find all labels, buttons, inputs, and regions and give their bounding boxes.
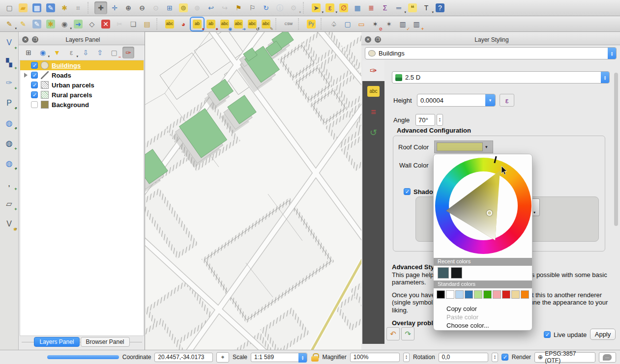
- angle-stepper[interactable]: [437, 114, 443, 126]
- color-wheel[interactable]: [435, 158, 531, 254]
- expand-all-button[interactable]: ⇩: [80, 47, 91, 58]
- layer-checkbox[interactable]: [31, 72, 38, 79]
- tab-browser-panel[interactable]: Browser Panel: [81, 337, 130, 347]
- float-icon[interactable]: ❐: [375, 36, 381, 43]
- node-tool-button[interactable]: ◇: [86, 18, 98, 30]
- tab-layers-panel[interactable]: Layers Panel: [34, 337, 79, 347]
- zoom-next-button[interactable]: ↪: [218, 1, 231, 14]
- new-bookmark-button[interactable]: ⚑: [232, 1, 245, 14]
- cut-features-button[interactable]: ✂: [113, 18, 126, 30]
- zoom-native-button[interactable]: ⊙: [149, 1, 162, 14]
- filter-legend-button[interactable]: ▼: [51, 47, 63, 58]
- standard-color-swatch[interactable]: [455, 290, 464, 299]
- help-button[interactable]: ?: [434, 1, 446, 14]
- save-project-button[interactable]: ▦: [30, 1, 43, 14]
- zoom-full-button[interactable]: ⊞: [163, 1, 176, 14]
- labeling-options-button[interactable]: abc: [163, 18, 176, 30]
- standard-color-swatch[interactable]: [474, 290, 482, 299]
- recent-color-swatch[interactable]: [451, 267, 462, 279]
- copy-features-button[interactable]: ❏: [127, 18, 140, 30]
- layer-row-roads[interactable]: Roads: [20, 70, 144, 80]
- height-input[interactable]: 0.00004: [417, 94, 496, 107]
- messages-button[interactable]: …: [599, 352, 616, 363]
- add-wcs-layer-button[interactable]: ◍ +: [2, 137, 16, 150]
- angle-input[interactable]: 70°: [415, 114, 435, 126]
- add-group-button[interactable]: ⊞: [23, 47, 34, 58]
- diagram-options-button[interactable]: ◕: [177, 18, 190, 30]
- add-raster-layer-button[interactable]: ▚ +: [2, 56, 16, 70]
- expander-icon[interactable]: [23, 73, 28, 78]
- layer-checkbox[interactable]: [31, 91, 38, 98]
- rotation-stepper[interactable]: [492, 353, 498, 362]
- metasearch-csw-button[interactable]: CSW: [282, 18, 295, 30]
- pin-labels-button[interactable]: ab ●: [191, 18, 204, 30]
- close-icon[interactable]: ✕: [365, 36, 371, 43]
- roof-color-button[interactable]: [434, 140, 493, 153]
- menu-copy-color[interactable]: Copy color: [434, 305, 532, 313]
- new-print-composer-button[interactable]: ✱: [58, 1, 71, 14]
- manage-visibility-button[interactable]: ◉ ▾: [37, 47, 49, 58]
- expander-icon[interactable]: [23, 102, 28, 107]
- run-feature-action-button[interactable]: ⚙ ▾: [287, 1, 300, 14]
- magnifier-stepper[interactable]: [403, 353, 410, 362]
- show-bookmarks-button[interactable]: ⚐: [246, 1, 259, 14]
- standard-color-swatch[interactable]: [446, 290, 454, 299]
- map-composition-check-button[interactable]: ▥ ✓: [396, 18, 409, 30]
- measure-button[interactable]: ═ ▾: [392, 1, 405, 14]
- standard-color-swatch[interactable]: [465, 290, 473, 299]
- menu-choose-color[interactable]: Choose color...: [434, 321, 532, 330]
- render-checkbox[interactable]: [502, 354, 508, 361]
- save-project-as-button[interactable]: ✎: [44, 1, 57, 14]
- new-geopackage-layer-button[interactable]: V ▾ ✱: [2, 217, 16, 231]
- layer-row-background[interactable]: Background: [20, 100, 144, 110]
- new-shapefile-layer-button[interactable]: ▱ +: [2, 197, 16, 211]
- statistics-button[interactable]: Σ: [379, 1, 391, 14]
- transform-frame-button[interactable]: ▭: [355, 18, 368, 30]
- identify-features-button[interactable]: ⓘ: [273, 1, 286, 14]
- expander-icon[interactable]: [23, 63, 28, 68]
- refresh-button[interactable]: ↻: [260, 1, 272, 14]
- collapse-all-button[interactable]: ⇧: [94, 47, 106, 58]
- tab-labels[interactable]: abc: [362, 81, 384, 102]
- add-wfs-layer-button[interactable]: ◍ ▾ +: [2, 157, 16, 170]
- annotation-arrow-button[interactable]: ♤: [327, 18, 340, 30]
- standard-color-swatch[interactable]: [483, 290, 492, 299]
- toggle-editing-button[interactable]: ✎: [17, 18, 30, 30]
- undo-button[interactable]: ↶: [386, 327, 400, 340]
- extent-rectangle-button[interactable]: ▢: [341, 18, 354, 30]
- text-annotation-button[interactable]: T ▾: [420, 1, 433, 14]
- standard-color-swatch[interactable]: [437, 290, 445, 299]
- open-styling-panel-button[interactable]: ✑: [122, 47, 134, 58]
- expander-icon[interactable]: [23, 92, 28, 97]
- select-by-expression-button[interactable]: ε ▾: [324, 1, 336, 14]
- current-edits-button[interactable]: ✎ ▾: [3, 18, 16, 30]
- python-console-button[interactable]: Py: [305, 18, 318, 30]
- zoom-to-selection-button[interactable]: ⊚: [191, 1, 204, 14]
- saturation-triangle[interactable]: [435, 158, 531, 254]
- coordinate-input[interactable]: 20.4457,-34.0173: [154, 353, 213, 362]
- redo-button[interactable]: ↷: [401, 327, 414, 340]
- mouse-position-icon[interactable]: ⌖: [216, 352, 229, 363]
- map-tips-button[interactable]: ❝: [406, 1, 419, 14]
- show-hide-labels-button[interactable]: abc ◉: [218, 18, 231, 30]
- expression-button[interactable]: ε: [500, 94, 514, 107]
- remove-layer-button[interactable]: ▢ −: [108, 47, 120, 58]
- standard-color-swatch[interactable]: [493, 290, 501, 299]
- change-label-button[interactable]: abc ✎: [260, 18, 272, 30]
- rotate-label-button[interactable]: abc ↺: [246, 18, 259, 30]
- close-icon[interactable]: ✕: [22, 36, 29, 43]
- crs-status-button[interactable]: ⊕ EPSG:3857 (OTF): [534, 352, 595, 363]
- scale-combo[interactable]: 1:1 589: [251, 353, 307, 362]
- save-layer-edits-button[interactable]: ✎: [30, 18, 43, 30]
- zoom-in-button[interactable]: ⊕: [122, 1, 135, 14]
- open-attribute-table-button[interactable]: ▦: [351, 1, 364, 14]
- layer-checkbox[interactable]: [31, 62, 38, 69]
- tab-style-manager[interactable]: ≡: [362, 102, 384, 122]
- open-project-button[interactable]: ▰: [17, 1, 30, 14]
- add-circular-string-button[interactable]: ◉ ▾: [58, 18, 71, 30]
- move-label-button[interactable]: abc ➜: [232, 18, 245, 30]
- layer-row-rural-parcels[interactable]: Rural parcels: [20, 90, 144, 100]
- layer-checkbox[interactable]: [31, 82, 38, 88]
- standard-color-swatch[interactable]: [502, 290, 510, 299]
- layer-checkbox[interactable]: [31, 101, 38, 108]
